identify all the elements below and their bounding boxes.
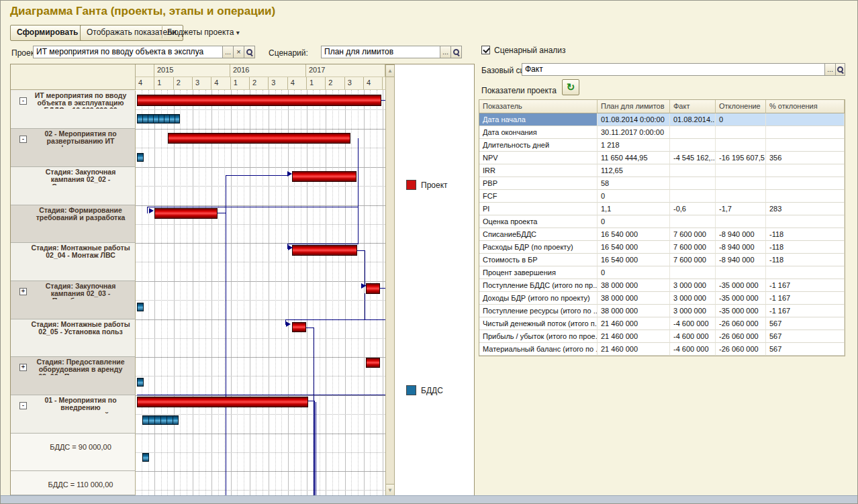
table-cell[interactable] xyxy=(766,215,845,228)
gantt-bar-project[interactable] xyxy=(168,133,350,144)
expand-toggle[interactable]: - xyxy=(19,136,27,143)
table-cell[interactable]: Прибыль / убыток (итого по прое... xyxy=(479,330,598,343)
column-header[interactable]: Показатель xyxy=(479,100,598,113)
gantt-task-row[interactable]: -02 - Мероприятия по развертыванию ИТ ин… xyxy=(11,129,136,167)
gantt-bar-project[interactable] xyxy=(292,322,306,332)
gantt-task-row[interactable]: +Стадия: Предоставление оборудования в а… xyxy=(11,357,136,395)
gantt-task-row[interactable]: Стадия: Монтажные работы 02_05 - Установ… xyxy=(11,319,136,357)
table-cell[interactable]: -0,6 xyxy=(670,203,716,215)
gantt-bar-bdds[interactable] xyxy=(137,303,144,311)
table-cell[interactable]: -118 xyxy=(766,241,845,254)
table-cell[interactable]: -8 940 000 xyxy=(716,254,766,266)
table-cell[interactable]: -26 060 000 xyxy=(716,343,766,356)
scenario-field[interactable]: План для лимитов xyxy=(321,46,440,58)
gantt-bar-bdds[interactable] xyxy=(142,453,149,462)
budgets-menu-button[interactable]: Бюджеты проекта ▾ xyxy=(167,25,240,40)
table-cell[interactable]: -16 195 607,5 xyxy=(716,152,766,164)
table-cell[interactable]: -1 167 xyxy=(766,292,845,305)
scroll-up-button[interactable]: ▲ xyxy=(385,64,395,77)
table-cell[interactable]: IRR xyxy=(479,164,598,177)
table-cell[interactable] xyxy=(670,266,716,279)
table-row[interactable]: IRR112,65 xyxy=(479,164,845,177)
table-cell[interactable]: 567 xyxy=(766,330,845,343)
table-row[interactable]: Процент завершения0 xyxy=(479,266,845,279)
table-cell[interactable]: Расходы БДР (по проекту) xyxy=(479,241,598,254)
table-cell[interactable]: -118 xyxy=(766,254,845,266)
gantt-bar-project[interactable] xyxy=(366,283,380,294)
gantt-task-row[interactable]: +Стадия: Закупочная кампания 02_03 - При… xyxy=(11,281,136,319)
table-cell[interactable]: -4 600 000 xyxy=(670,330,716,343)
table-row[interactable]: NPV11 650 444,95-4 545 162,...-16 195 60… xyxy=(479,152,845,164)
table-cell[interactable]: 0 xyxy=(598,266,670,279)
gantt-bar-project[interactable] xyxy=(137,95,381,106)
gantt-task-row[interactable]: -ИТ мероприятия по вводу объекта в экспл… xyxy=(11,91,136,129)
table-cell[interactable]: -35 000 000 xyxy=(716,292,766,305)
table-cell[interactable] xyxy=(716,266,766,279)
table-cell[interactable]: 7 600 000 xyxy=(670,254,716,266)
column-header[interactable]: План для лимитов xyxy=(598,100,670,113)
table-cell[interactable]: Оценка проекта xyxy=(479,215,598,228)
project-clear-button[interactable]: × xyxy=(234,46,244,58)
table-cell[interactable]: 16 540 000 xyxy=(598,228,670,241)
gantt-bar-project[interactable] xyxy=(154,208,218,219)
expand-toggle[interactable]: + xyxy=(19,364,27,371)
table-cell[interactable]: Доходы БДР (итого по проекту) xyxy=(479,292,598,305)
table-cell[interactable]: 16 540 000 xyxy=(598,241,670,254)
table-row[interactable]: Доходы БДР (итого по проекту)38 000 0003… xyxy=(479,292,845,305)
table-cell[interactable]: 58 xyxy=(598,177,670,190)
table-cell[interactable]: -1,7 xyxy=(716,203,766,215)
table-cell[interactable]: Поступление ресурсы (итого по ... xyxy=(479,305,598,317)
gantt-task-row[interactable]: Стадия: Монтажные работы 02_04 - Монтаж … xyxy=(11,243,136,281)
table-row[interactable]: Прибыль / убыток (итого по прое...21 460… xyxy=(479,330,845,343)
table-cell[interactable]: -8 940 000 xyxy=(716,241,766,254)
gantt-bar-project[interactable] xyxy=(292,245,357,256)
table-cell[interactable] xyxy=(670,139,716,152)
table-cell[interactable] xyxy=(716,164,766,177)
base-scenario-search-button[interactable] xyxy=(836,63,845,76)
table-cell[interactable]: 112,65 xyxy=(598,164,670,177)
table-cell[interactable] xyxy=(766,126,845,139)
expand-toggle[interactable]: + xyxy=(19,288,27,295)
table-cell[interactable]: -8 940 000 xyxy=(716,228,766,241)
table-cell[interactable]: Дата окончания xyxy=(479,126,598,139)
gantt-vertical-scrollbar[interactable] xyxy=(385,64,395,497)
table-cell[interactable] xyxy=(670,164,716,177)
table-cell[interactable]: PBP xyxy=(479,177,598,190)
project-field[interactable]: ИТ мероприятия по вводу объекта в эксплу… xyxy=(33,46,223,58)
table-cell[interactable]: 01.08.2014 0:00:00 xyxy=(598,113,670,126)
table-row[interactable]: Чистый денежный поток (итого п...21 460 … xyxy=(479,317,845,330)
table-cell[interactable]: 0 xyxy=(598,190,670,203)
table-cell[interactable]: 21 460 000 xyxy=(598,343,670,356)
table-cell[interactable]: 7 600 000 xyxy=(670,228,716,241)
table-cell[interactable] xyxy=(766,164,845,177)
table-cell[interactable]: 1,1 xyxy=(598,203,670,215)
table-cell[interactable]: -1 167 xyxy=(766,305,845,317)
scenario-search-button[interactable] xyxy=(451,46,462,58)
gantt-bar-bdds[interactable] xyxy=(137,378,144,387)
table-cell[interactable]: NPV xyxy=(479,152,598,164)
expand-toggle[interactable]: - xyxy=(19,97,27,105)
table-row[interactable]: СписаниеБДДС16 540 0007 600 000-8 940 00… xyxy=(479,228,845,241)
gantt-bar-bdds[interactable] xyxy=(137,114,180,123)
table-cell[interactable] xyxy=(716,139,766,152)
gantt-task-row[interactable]: Стадия: Закупочная кампания 02_02 - Опре… xyxy=(11,167,136,205)
expand-toggle[interactable]: - xyxy=(19,402,27,409)
column-header[interactable]: Факт xyxy=(670,100,716,113)
table-cell[interactable]: 21 460 000 xyxy=(598,317,670,330)
scenario-analysis-checkbox[interactable] xyxy=(481,46,490,54)
table-cell[interactable] xyxy=(670,215,716,228)
table-cell[interactable]: 38 000 000 xyxy=(598,305,670,317)
table-cell[interactable]: -118 xyxy=(766,228,845,241)
base-scenario-field[interactable]: Факт xyxy=(522,63,825,76)
table-cell[interactable]: 01.08.2014... xyxy=(670,113,716,126)
table-cell[interactable] xyxy=(766,113,845,126)
table-cell[interactable]: Поступление БДДС (итого по пр... xyxy=(479,279,598,292)
table-cell[interactable]: 11 650 444,95 xyxy=(598,152,670,164)
table-cell[interactable]: -35 000 000 xyxy=(716,279,766,292)
gantt-bar-project[interactable] xyxy=(137,397,308,407)
table-row[interactable]: Поступление ресурсы (итого по ...38 000 … xyxy=(479,305,845,317)
table-cell[interactable]: 0 xyxy=(598,215,670,228)
table-row[interactable]: PI1,1-0,6-1,7283 xyxy=(479,203,845,215)
table-row[interactable]: Расходы БДР (по проекту)16 540 0007 600 … xyxy=(479,241,845,254)
table-cell[interactable]: -1 167 xyxy=(766,279,845,292)
